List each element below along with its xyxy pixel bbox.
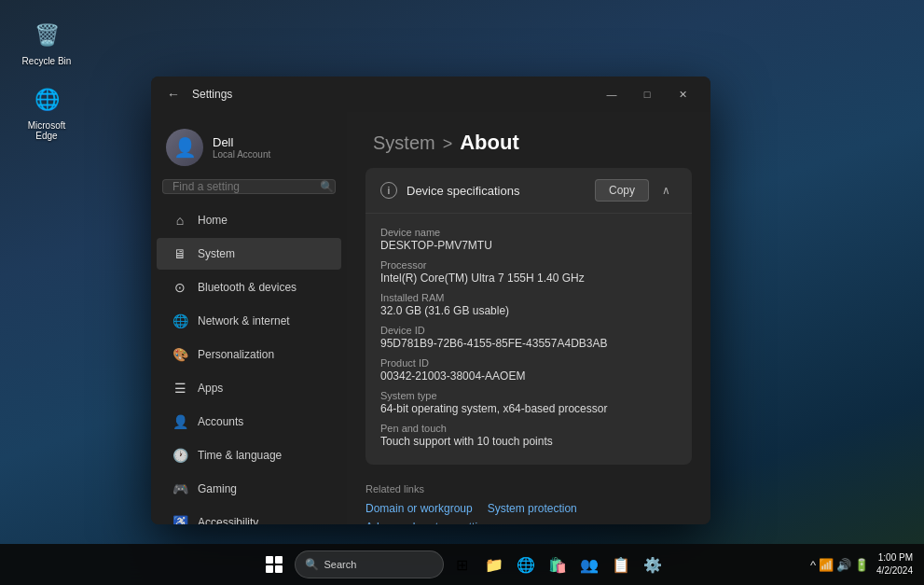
spec-value-device-name: DESKTOP-PMV7MTU <box>380 239 677 252</box>
sidebar-item-home[interactable]: ⌂ Home <box>157 204 341 236</box>
info-icon: i <box>380 182 397 199</box>
accessibility-label: Accessibility <box>198 516 258 524</box>
minimize-button[interactable]: — <box>595 80 628 108</box>
avatar: 👤 <box>166 129 203 166</box>
spec-value-processor: Intel(R) Core(TM) Ultra 7 155H 1.40 GHz <box>380 272 677 285</box>
taskbar-clipboard-icon[interactable]: 📋 <box>608 551 634 578</box>
specs-body: Device name DESKTOP-PMV7MTU Processor In… <box>365 214 692 465</box>
tray-battery[interactable]: 🔋 <box>854 558 869 572</box>
spec-row-system-type: System type 64-bit operating system, x64… <box>380 386 677 419</box>
sidebar-item-time[interactable]: 🕐 Time & language <box>157 439 341 471</box>
apps-label: Apps <box>198 382 223 395</box>
close-button[interactable]: ✕ <box>666 80 699 108</box>
spec-row-processor: Processor Intel(R) Core(TM) Ultra 7 155H… <box>380 256 677 288</box>
spec-value-system-type: 64-bit operating system, x64-based proce… <box>380 402 677 415</box>
taskbar-apps-icon[interactable]: ⊞ <box>449 551 476 578</box>
clock[interactable]: 1:00 PM 4/2/2024 <box>876 551 913 578</box>
back-button[interactable]: ← <box>162 83 185 105</box>
user-type: Local Account <box>213 149 270 160</box>
spec-label-system-type: System type <box>380 390 677 401</box>
start-button[interactable] <box>259 550 289 579</box>
title-bar: ← Settings — □ ✕ <box>151 77 710 112</box>
settings-window: ← Settings — □ ✕ 👤 Dell Local Account <box>151 77 710 524</box>
sidebar-item-network[interactable]: 🌐 Network & internet <box>157 305 341 337</box>
home-label: Home <box>198 214 228 227</box>
system-tray: ^ 📶 🔊 🔋 <box>810 558 869 572</box>
specs-title: Device specifications <box>407 184 519 198</box>
edge-label: Microsoft Edge <box>19 120 75 141</box>
bluetooth-icon: ⊙ <box>172 279 188 296</box>
accounts-label: Accounts <box>198 415 243 428</box>
spec-label-product-id: Product ID <box>380 357 677 369</box>
network-label: Network & internet <box>198 314 290 327</box>
sidebar-item-bluetooth[interactable]: ⊙ Bluetooth & devices <box>157 272 341 303</box>
taskbar-center: 🔍 Search ⊞ 📁 🌐 🛍️ 👥 📋 ⚙️ <box>259 550 666 579</box>
taskbar-edge-icon[interactable]: 🌐 <box>513 551 539 578</box>
spec-row-pen-touch: Pen and touch Touch support with 10 touc… <box>380 419 677 452</box>
sidebar-item-personalization[interactable]: 🎨 Personalization <box>157 339 341 370</box>
domain-link[interactable]: Domain or workgroup <box>365 502 473 515</box>
clock-date: 4/2/2024 <box>876 564 913 578</box>
copy-button[interactable]: Copy <box>595 179 649 202</box>
recycle-bin-label: Recycle Bin <box>22 56 72 66</box>
spec-value-device-id: 95D781B9-72B6-4155-85FE-43557A4DB3AB <box>380 337 677 350</box>
personalization-icon: 🎨 <box>172 346 188 363</box>
taskbar-right: ^ 📶 🔊 🔋 1:00 PM 4/2/2024 <box>810 551 913 578</box>
spec-label-pen-touch: Pen and touch <box>380 423 677 434</box>
advanced-settings-link[interactable]: Advanced system settings <box>365 521 692 524</box>
page-header: System > About <box>347 112 710 168</box>
user-section: 👤 Dell Local Account <box>151 121 347 179</box>
related-section: Related links Domain or workgroup System… <box>347 480 710 524</box>
taskbar-gear-icon[interactable]: ⚙️ <box>640 551 666 578</box>
collapse-button[interactable]: ∧ <box>655 179 677 202</box>
spec-value-pen-touch: Touch support with 10 touch points <box>380 435 677 448</box>
microsoft-edge-icon[interactable]: 🌐 Microsoft Edge <box>19 83 75 141</box>
system-icon: 🖥 <box>172 245 188 262</box>
spec-label-processor: Processor <box>380 259 677 271</box>
personalization-label: Personalization <box>198 348 274 361</box>
sidebar-item-apps[interactable]: ☰ Apps <box>157 372 341 404</box>
spec-value-product-id: 00342-21003-38004-AAOEM <box>380 369 677 383</box>
spec-row-product-id: Product ID 00342-21003-38004-AAOEM <box>380 354 677 386</box>
search-icon: 🔍 <box>320 180 334 193</box>
spec-label-device-name: Device name <box>380 227 677 238</box>
taskbar-teams-icon[interactable]: 👥 <box>576 551 602 578</box>
taskbar-files-icon[interactable]: 📁 <box>481 551 507 578</box>
spec-row-device-id: Device ID 95D781B9-72B6-4155-85FE-43557A… <box>380 321 677 354</box>
tray-volume[interactable]: 🔊 <box>836 558 851 572</box>
window-body: 👤 Dell Local Account 🔍 ⌂ Home 🖥 System <box>151 112 710 524</box>
recycle-bin-icon[interactable]: 🗑️ Recycle Bin <box>19 19 75 66</box>
related-links-title: Related links <box>365 483 692 494</box>
taskbar-search-icon: 🔍 <box>305 558 319 571</box>
bluetooth-label: Bluetooth & devices <box>198 281 297 294</box>
sidebar-search[interactable]: 🔍 <box>162 179 336 194</box>
tray-chevron[interactable]: ^ <box>810 558 816 572</box>
main-content: System > About i Device specifications C… <box>347 112 710 524</box>
sidebar-item-gaming[interactable]: 🎮 Gaming <box>157 473 341 505</box>
maximize-button[interactable]: □ <box>630 80 664 108</box>
specs-header: i Device specifications Copy ∧ <box>365 168 692 214</box>
apps-icon: ☰ <box>172 380 188 397</box>
taskbar-store-icon[interactable]: 🛍️ <box>545 551 571 578</box>
taskbar: 🔍 Search ⊞ 📁 🌐 🛍️ 👥 📋 ⚙️ ^ 📶 🔊 🔋 1:00 PM… <box>0 544 924 585</box>
device-specs-card: i Device specifications Copy ∧ Device na… <box>365 168 692 465</box>
time-label: Time & language <box>198 449 282 462</box>
desktop-icons: 🗑️ Recycle Bin 🌐 Microsoft Edge <box>19 19 75 141</box>
sidebar: 👤 Dell Local Account 🔍 ⌂ Home 🖥 System <box>151 112 347 524</box>
spec-row-ram: Installed RAM 32.0 GB (31.6 GB usable) <box>380 288 677 321</box>
home-icon: ⌂ <box>172 212 188 229</box>
window-title: Settings <box>192 88 232 101</box>
taskbar-search[interactable]: 🔍 Search <box>295 550 444 578</box>
protection-link[interactable]: System protection <box>488 502 577 515</box>
sidebar-item-accessibility[interactable]: ♿ Accessibility <box>157 507 341 524</box>
search-input[interactable] <box>172 180 312 193</box>
network-icon: 🌐 <box>172 313 188 329</box>
sidebar-item-system[interactable]: 🖥 System <box>157 238 341 270</box>
sidebar-item-accounts[interactable]: 👤 Accounts <box>157 406 341 438</box>
tray-network[interactable]: 📶 <box>819 558 834 572</box>
spec-label-ram: Installed RAM <box>380 292 677 303</box>
windows-logo <box>266 556 283 573</box>
clock-time: 1:00 PM <box>876 551 913 564</box>
window-controls: — □ ✕ <box>595 80 699 108</box>
spec-value-ram: 32.0 GB (31.6 GB usable) <box>380 304 677 317</box>
